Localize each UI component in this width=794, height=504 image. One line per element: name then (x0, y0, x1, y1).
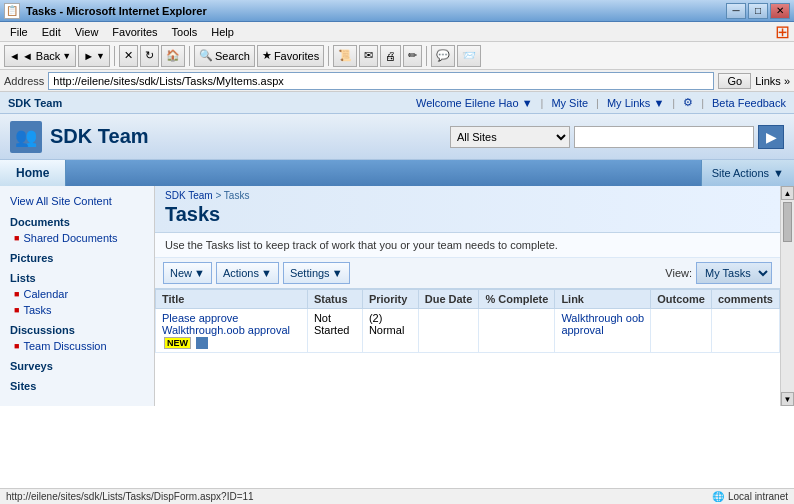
ie-toolbar: ◄ ◄ Back ▼ ► ▼ ✕ ↻ 🏠 🔍 Search ★ Favorite… (0, 42, 794, 70)
discuss-button[interactable]: 💬 (431, 45, 455, 67)
task-title-cell: Please approve Walkthrough.oob approval … (156, 309, 308, 353)
home-icon: 🏠 (166, 49, 180, 62)
status-url: http://eilene/sites/sdk/Lists/Tasks/Disp… (6, 491, 254, 502)
refresh-icon: ↻ (145, 49, 154, 62)
sp-search-button[interactable]: ▶ (758, 125, 784, 149)
my-links-link[interactable]: My Links ▼ (607, 97, 664, 109)
scroll-down-button[interactable]: ▼ (781, 392, 794, 406)
links-label[interactable]: Links » (755, 75, 790, 87)
address-label: Address (4, 75, 44, 87)
print-button[interactable]: 🖨 (380, 45, 401, 67)
col-comments[interactable]: comments (711, 290, 779, 309)
menu-help[interactable]: Help (205, 24, 240, 40)
logo-icon: 👥 (15, 126, 37, 148)
zone-icon: 🌐 (712, 491, 724, 502)
task-link-url[interactable]: Walkthrough oob approval (561, 312, 644, 336)
vertical-scrollbar[interactable]: ▲ ▼ (780, 186, 794, 406)
scroll-thumb[interactable] (783, 202, 792, 242)
col-outcome[interactable]: Outcome (651, 290, 712, 309)
actions-dropdown-arrow-icon: ▼ (261, 267, 272, 279)
view-all-content-link[interactable]: View All Site Content (0, 192, 154, 210)
col-due-date[interactable]: Due Date (418, 290, 479, 309)
col-title[interactable]: Title (156, 290, 308, 309)
scroll-up-button[interactable]: ▲ (781, 186, 794, 200)
welcome-text[interactable]: Welcome Eilene Hao ▼ (416, 97, 532, 109)
sp-content: SDK Team > Tasks Tasks Use the Tasks lis… (155, 186, 780, 406)
site-actions-menu[interactable]: Site Actions ▼ (701, 160, 794, 186)
back-button[interactable]: ◄ ◄ Back ▼ (4, 45, 76, 67)
beta-feedback-link[interactable]: Beta Feedback (712, 97, 786, 109)
bullet-icon: ■ (14, 289, 19, 299)
sidebar-item-shared-documents[interactable]: ■ Shared Documents (0, 230, 154, 246)
menu-edit[interactable]: Edit (36, 24, 67, 40)
history-button[interactable]: 📜 (333, 45, 357, 67)
sidebar-item-calendar[interactable]: ■ Calendar (0, 286, 154, 302)
go-button[interactable]: Go (718, 73, 751, 89)
gear-icon: ⚙ (683, 96, 693, 109)
sidebar-item-tasks[interactable]: ■ Tasks (0, 302, 154, 318)
minimize-button[interactable]: ─ (726, 3, 746, 19)
task-title-link[interactable]: Please approve Walkthrough.oob approval (162, 312, 290, 336)
settings-dropdown-arrow-icon: ▼ (332, 267, 343, 279)
sp-header: 👥 SDK Team All Sites ▶ (0, 114, 794, 160)
mail-button[interactable]: ✉ (359, 45, 378, 67)
view-label: View: (665, 267, 692, 279)
history-icon: 📜 (338, 49, 352, 62)
windows-flag-icon: ⊞ (775, 21, 790, 43)
title-bar: 📋 Tasks - Microsoft Internet Explorer ─ … (0, 0, 794, 22)
new-button[interactable]: New ▼ (163, 262, 212, 284)
window-title: Tasks - Microsoft Internet Explorer (26, 5, 207, 17)
zone-label: Local intranet (728, 491, 788, 502)
restore-button[interactable]: □ (748, 3, 768, 19)
sidebar-heading-documents: Documents (0, 210, 154, 230)
sp-search-area: All Sites ▶ (450, 125, 784, 149)
sp-search-input[interactable] (574, 126, 754, 148)
actions-button[interactable]: Actions ▼ (216, 262, 279, 284)
sidebar-heading-sites: Sites (0, 374, 154, 394)
col-status[interactable]: Status (307, 290, 362, 309)
home-nav-item[interactable]: Home (0, 160, 66, 186)
breadcrumb-parent-link[interactable]: SDK Team (165, 190, 213, 201)
stop-button[interactable]: ✕ (119, 45, 138, 67)
back-dropdown-arrow: ▼ (62, 51, 71, 61)
print-icon: 🖨 (385, 50, 396, 62)
favorites-button[interactable]: ★ Favorites (257, 45, 324, 67)
col-link[interactable]: Link (555, 290, 651, 309)
menu-favorites[interactable]: Favorites (106, 24, 163, 40)
sidebar-item-team-discussion[interactable]: ■ Team Discussion (0, 338, 154, 354)
address-input[interactable] (48, 72, 714, 90)
my-site-link[interactable]: My Site (551, 97, 588, 109)
task-link-cell: Walkthrough oob approval (555, 309, 651, 353)
tasks-table: Title Status Priority Due Date % Complet… (155, 289, 780, 353)
menu-view[interactable]: View (69, 24, 105, 40)
bullet-icon: ■ (14, 305, 19, 315)
discuss-icon: 💬 (436, 49, 450, 62)
search-button[interactable]: 🔍 Search (194, 45, 255, 67)
status-bar: http://eilene/sites/sdk/Lists/Tasks/Disp… (0, 488, 794, 504)
col-pct-complete[interactable]: % Complete (479, 290, 555, 309)
settings-button[interactable]: Settings ▼ (283, 262, 350, 284)
search-scope-select[interactable]: All Sites (450, 126, 570, 148)
page-description: Use the Tasks list to keep track of work… (155, 233, 780, 258)
edit-icon[interactable] (196, 337, 208, 349)
refresh-button[interactable]: ↻ (140, 45, 159, 67)
messenger-button[interactable]: 📨 (457, 45, 481, 67)
sp-top-bar: SDK Team Welcome Eilene Hao ▼ | My Site … (0, 92, 794, 114)
app-icon: 📋 (4, 3, 20, 19)
task-outcome-cell (651, 309, 712, 353)
list-toolbar: New ▼ Actions ▼ Settings ▼ View: My Task… (155, 258, 780, 289)
sp-site-name: SDK Team (8, 97, 62, 109)
edit-button[interactable]: ✏ (403, 45, 422, 67)
scroll-track[interactable] (781, 200, 794, 392)
menu-bar: File Edit View Favorites Tools Help ⊞ (0, 22, 794, 42)
view-select[interactable]: My Tasks (696, 262, 772, 284)
col-priority[interactable]: Priority (362, 290, 418, 309)
forward-button[interactable]: ► ▼ (78, 45, 110, 67)
menu-tools[interactable]: Tools (166, 24, 204, 40)
menu-file[interactable]: File (4, 24, 34, 40)
close-button[interactable]: ✕ (770, 3, 790, 19)
star-icon: ★ (262, 49, 272, 62)
task-pct-cell (479, 309, 555, 353)
task-priority-cell: (2) Normal (362, 309, 418, 353)
home-button[interactable]: 🏠 (161, 45, 185, 67)
